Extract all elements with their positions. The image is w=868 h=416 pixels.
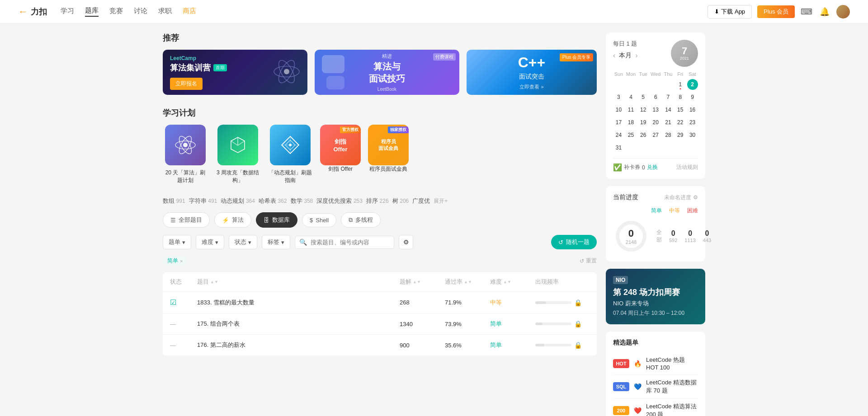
type-dropdown[interactable]: 题单 ▾	[163, 235, 191, 249]
cal-day-3[interactable]: 3	[613, 92, 624, 103]
col-difficulty[interactable]: 难度 ▲▼	[490, 278, 535, 286]
col-passrate[interactable]: 通过率 ▲▼	[445, 278, 490, 286]
plan-dp[interactable]: 「动态规划」刷题指南	[268, 125, 313, 184]
nav-discuss[interactable]: 讨论	[134, 7, 147, 16]
rules-link[interactable]: 活动规则	[676, 164, 698, 171]
tags-dropdown[interactable]: 标签 ▾	[262, 235, 290, 249]
tag-dfs[interactable]: 深度优先搜索 253	[316, 197, 363, 205]
problem-link[interactable]: 175. 组合两个表	[197, 320, 240, 327]
problem-link[interactable]: 1833. 雪糕的最大数量	[197, 299, 255, 306]
plus-button[interactable]: Plus 会员	[757, 5, 795, 18]
cal-day-31[interactable]: 31	[613, 142, 624, 153]
status-dropdown[interactable]: 状态 ▾	[229, 235, 257, 249]
cal-day-13[interactable]: 13	[650, 104, 661, 115]
cal-day-11[interactable]: 11	[626, 104, 637, 115]
plan-algorithm[interactable]: 20 天「算法」刷题计划	[163, 125, 208, 184]
cal-day-27[interactable]: 27	[650, 130, 661, 140]
hot100-badge: HOT	[613, 359, 629, 368]
col-solutions[interactable]: 题解 ▲▼	[400, 278, 445, 286]
cal-day-15[interactable]: 15	[675, 104, 686, 115]
plan-interview[interactable]: 独家授权 程序员面试金典 程序员面试金典	[368, 125, 409, 184]
cal-day-6[interactable]: 6	[650, 92, 661, 103]
cal-day-19[interactable]: 19	[638, 117, 649, 128]
tab-algo[interactable]: ⚡ 算法	[214, 212, 251, 228]
cal-day-18[interactable]: 18	[626, 117, 637, 128]
cal-day-10[interactable]: 10	[613, 104, 624, 115]
cal-day-8[interactable]: 8	[675, 92, 686, 103]
cal-day-2[interactable]: 2	[687, 79, 698, 90]
banner-leetcamp[interactable]: LeetCamp 算法集训营 首期 立即报名	[163, 50, 307, 95]
tab-multithread[interactable]: ⧉ 多线程	[341, 212, 381, 228]
nav-problems[interactable]: 题库	[85, 6, 99, 17]
tab-all[interactable]: ☰ 全部题目	[163, 212, 210, 228]
prev-month-button[interactable]: ‹	[613, 51, 615, 60]
plan-data-structure[interactable]: 3 周攻克「数据结构」	[215, 125, 260, 184]
banner-leetbook[interactable]: 付费课程 精进 算法与面试技巧 LeetBook	[315, 50, 459, 95]
cal-day-9[interactable]: 9	[687, 92, 698, 103]
cal-day-4[interactable]: 4	[626, 92, 637, 103]
featured-item-algo200[interactable]: 200 ❤️ LeetCode 精选算法 200 题	[613, 399, 698, 416]
banner1-signup-button[interactable]: 立即报名	[170, 78, 203, 90]
tag-array[interactable]: 数组 991	[163, 197, 185, 205]
tag-dp[interactable]: 动态规划 364	[221, 197, 255, 205]
tab-database[interactable]: 🗄 数据库	[256, 212, 297, 228]
tag-hash[interactable]: 哈希表 362	[259, 197, 287, 205]
bell-icon[interactable]: 🔔	[818, 5, 831, 18]
settings-button[interactable]: ⚙	[399, 235, 413, 249]
settings-icon[interactable]: ⚙	[693, 194, 698, 201]
cal-day-23[interactable]: 23	[687, 117, 698, 128]
logo[interactable]: ← 力扣	[18, 6, 47, 18]
nav-jobs[interactable]: 求职	[158, 7, 172, 16]
search-input[interactable]	[295, 236, 394, 249]
reset-button[interactable]: ↺ 重置	[580, 257, 597, 265]
col-title[interactable]: 题目 ▲▼	[197, 278, 400, 286]
cal-day-16[interactable]: 16	[687, 104, 698, 115]
cal-day-7[interactable]: 7	[663, 92, 674, 103]
cal-day-20[interactable]: 20	[650, 117, 661, 128]
cal-day-21[interactable]: 21	[663, 117, 674, 128]
cal-day-12[interactable]: 12	[638, 104, 649, 115]
row1-title[interactable]: 1833. 雪糕的最大数量	[197, 299, 400, 307]
featured-item-hot100[interactable]: HOT 🔥 LeetCode 热题 HOT 100	[613, 352, 698, 375]
banners: LeetCamp 算法集训营 首期 立即报名	[163, 50, 597, 95]
banner-cpp[interactable]: Plus 会员专享 C++ 面试突击 立即查看 »	[467, 50, 597, 95]
tag-bfs[interactable]: 广度优	[412, 197, 430, 205]
cal-day-14[interactable]: 14	[663, 104, 674, 115]
remove-diff-button[interactable]: ×	[180, 258, 183, 264]
cal-day-1[interactable]: 1	[675, 79, 686, 90]
nav-contest[interactable]: 竞赛	[109, 7, 123, 16]
cal-day-5[interactable]: 5	[638, 92, 649, 103]
table-row: — 175. 组合两个表 1340 73.9% 简单 🔒	[163, 313, 597, 335]
download-button[interactable]: ⬇ 下载 App	[708, 5, 752, 19]
problem-link[interactable]: 176. 第二高的薪水	[197, 341, 245, 348]
code-icon[interactable]: ⌨	[800, 5, 813, 18]
nio-contest-banner[interactable]: NIO 第 248 场力扣周赛 NIO 蔚来专场 07.04 周日上午 10:3…	[606, 269, 705, 324]
tag-math[interactable]: 数学 358	[291, 197, 313, 205]
cal-day-22[interactable]: 22	[675, 117, 686, 128]
cal-day-17[interactable]: 17	[613, 117, 624, 128]
cal-day-28[interactable]: 28	[663, 130, 674, 140]
cal-day-29[interactable]: 29	[675, 130, 686, 140]
plan-sword-offer[interactable]: 官方授权 剑指Offer 剑指 Offer	[320, 125, 361, 184]
nav-study[interactable]: 学习	[61, 7, 74, 16]
streak-year: 2021	[680, 56, 689, 61]
tag-tree[interactable]: 树 206	[392, 197, 409, 205]
tag-string[interactable]: 字符串 491	[189, 197, 217, 205]
nav-shop[interactable]: 商店	[183, 7, 196, 16]
difficulty-dropdown[interactable]: 难度 ▾	[196, 235, 224, 249]
cal-day-30[interactable]: 30	[687, 130, 698, 140]
tag-sort[interactable]: 排序 226	[366, 197, 389, 205]
featured-item-sql70[interactable]: SQL 💙 LeetCode 精选数据库 70 题	[613, 375, 698, 399]
next-month-button[interactable]: ›	[635, 51, 637, 60]
tab-shell[interactable]: $ Shell	[302, 213, 336, 227]
row2-title[interactable]: 175. 组合两个表	[197, 320, 400, 328]
cal-day-24[interactable]: 24	[613, 130, 624, 140]
cal-day-26[interactable]: 26	[638, 130, 649, 140]
banner3-btn[interactable]: 立即查看 »	[518, 84, 545, 90]
exchange-button[interactable]: 兑换	[647, 164, 658, 171]
avatar[interactable]	[836, 5, 850, 19]
row3-title[interactable]: 176. 第二高的薪水	[197, 341, 400, 349]
expand-tags-button[interactable]: 展开+	[434, 197, 448, 205]
random-button[interactable]: ↺ 随机一题	[551, 235, 597, 249]
cal-day-25[interactable]: 25	[626, 130, 637, 140]
